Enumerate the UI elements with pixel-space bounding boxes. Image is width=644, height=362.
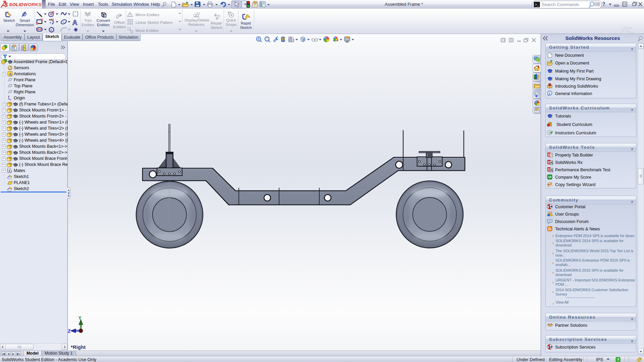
svg-text:Y: Y [78,316,82,321]
svg-text:*Right: *Right [71,345,86,350]
svg-text:+: + [50,28,52,32]
svg-text:SolidWorks Resources: SolidWorks Resources [565,35,620,41]
svg-text:?: ? [617,358,620,362]
svg-text:Z: Z [68,329,70,334]
svg-text:+: + [60,29,62,33]
svg-text:+: + [49,20,51,25]
svg-text:?: ? [602,1,605,7]
svg-text:A: A [72,19,77,26]
svg-text:×: × [63,20,64,24]
svg-text:Rx: Rx [550,161,553,165]
svg-text:Rx: Rx [550,169,553,172]
svg-text:SOLIDWORKS: SOLIDWORKS [9,2,42,7]
